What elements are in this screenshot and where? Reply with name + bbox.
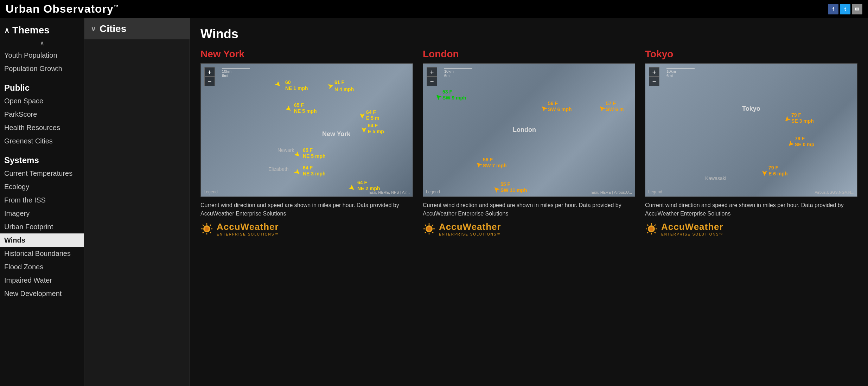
sidebar-item-population-growth[interactable]: Population Growth [0,62,84,75]
sidebar-item-flood-zones[interactable]: Flood Zones [0,260,84,274]
wind-label-london-4: 56 FSW 7 mph [483,157,507,169]
cities-chevron-icon: ∨ [91,25,96,33]
sidebar-item-open-space[interactable]: Open Space [0,94,84,108]
zoom-in-ny[interactable]: + [205,67,215,77]
description-london: Current wind direction and speed are sho… [423,201,634,218]
wind-label-tokyo-2: 79 FSE 0 mp [795,136,814,148]
svg-line-7 [210,225,211,226]
wind-label-ny-4: 65 FNE 5 mph [294,102,317,114]
wind-arrow-ny-7: ➤ [292,166,303,177]
sidebar-item-urban-footprint[interactable]: Urban Footprint [0,220,84,233]
wind-label-ny-5: 64 FE 5 m [366,109,379,121]
logo-tm: ™ [114,4,119,9]
svg-line-6 [210,232,211,233]
facebook-icon[interactable]: f [828,4,838,14]
sidebar-item-winds[interactable]: Winds [0,233,84,247]
themes-chevron-icon: ∧ [4,26,9,34]
cities-header[interactable]: ∨ Cities [84,18,190,39]
svg-line-5 [203,225,204,226]
accuweather-sun-icon-ny [200,223,213,235]
svg-point-9 [205,227,209,231]
svg-line-16 [432,232,433,233]
email-icon[interactable]: ✉ [852,4,862,14]
svg-line-15 [425,225,426,226]
wind-arrow-ny-2: ➤ [326,81,335,91]
map-tokyo[interactable]: + − 10km 6mi 79 FSE 3 mph ➤ 79 FSE 0 mp … [645,63,857,197]
zoom-in-tokyo[interactable]: + [649,67,659,77]
wind-label-ny-9: 64 FNE 2 mph [357,180,380,192]
sidebar-item-ecology[interactable]: Ecology [0,180,84,193]
accuweather-brand-london: AccuWeather [439,221,501,232]
accuweather-sun-icon-london [423,223,435,235]
accuweather-sub-tokyo: ENTERPRISE SOLUTIONS™ [661,232,723,236]
zoom-in-london[interactable]: + [427,67,437,77]
map-attribution-tokyo: Airbus,USGS,NGA,N... [815,190,854,194]
sidebar-item-greenest-cities[interactable]: Greenest Cities [0,134,84,148]
sidebar-item-new-development[interactable]: New Development [0,287,84,300]
zoom-out-ny[interactable]: − [205,77,215,86]
sidebar-item-youth-population[interactable]: Youth Population [0,49,84,62]
svg-line-27 [655,225,656,226]
sidebar-item-historical-boundaries[interactable]: Historical Boundaries [0,247,84,260]
wind-label-tokyo-3: 79 FE 6 mph [768,165,787,177]
svg-point-29 [649,227,653,231]
city-name-tokyo: Tokyo [645,49,857,60]
sidebar-item-from-the-iss[interactable]: From the ISS [0,193,84,207]
accuweather-sub-london: ENTERPRISE SOLUTIONS™ [439,232,501,236]
scalebar-tokyo: 10km 6mi [666,68,695,78]
svg-line-18 [425,232,426,233]
map-label-tokyo: Tokyo [742,105,760,112]
twitter-icon[interactable]: t [840,4,850,14]
city-maps-row: New York + − 10km 6mi 60NE 1 mph [200,49,857,236]
svg-line-25 [647,225,648,226]
accuweather-link-tokyo[interactable]: AccuWeather Enterprise Solutions [645,211,730,217]
sidebar-item-imagery[interactable]: Imagery [0,207,84,220]
map-attribution-london: Esri, HERE | Airbus,U... [592,190,632,194]
accuweather-sun-icon-tokyo [645,223,658,235]
svg-line-17 [432,225,433,226]
wind-label-ny-2: 61 F [334,79,344,85]
layout: ∧ Themes ∧ Youth Population Population G… [0,18,868,386]
accuweather-logo-london: AccuWeather ENTERPRISE SOLUTIONS™ [423,221,635,236]
map-label-london: London [513,126,536,134]
app-logo: Urban Observatory™ [6,2,119,15]
collapse-arrow[interactable]: ∧ [0,38,84,49]
zoom-controls-ny: + − [204,67,215,86]
zoom-out-tokyo[interactable]: − [649,77,659,86]
themes-label: Themes [12,25,50,36]
sidebar-item-health-resources[interactable]: Health Resources [0,121,84,134]
accuweather-sub-ny: ENTERPRISE SOLUTIONS™ [217,232,279,236]
accuweather-link-ny[interactable]: AccuWeather Enterprise Solutions [200,211,286,217]
map-label-newyork: New York [322,130,350,138]
sidebar-item-parkscore[interactable]: ParkScore [0,108,84,121]
map-legend-tokyo[interactable]: Legend [648,189,662,194]
wind-label-london-3: 57 FSW 6 m [606,101,624,112]
map-legend-london[interactable]: Legend [426,189,440,194]
city-column-new-york: New York + − 10km 6mi 60NE 1 mph [200,49,413,236]
wind-label-ny-1: 60NE 1 mph [285,79,308,91]
sidebar-item-current-temperatures[interactable]: Current Temperatures [0,167,84,180]
wind-label-ny-7: 65 FNE 5 mph [303,147,326,159]
themes-header[interactable]: ∧ Themes [0,18,84,38]
wind-label-ny-3: N 4 mph [334,86,354,92]
logo-text: Urban Observatory [6,2,114,15]
map-legend-ny[interactable]: Legend [204,189,218,194]
accuweather-brand-tokyo: AccuWeather [661,221,723,232]
zoom-controls-london: + − [427,67,437,86]
description-ny: Current wind direction and speed are sho… [200,201,411,218]
sidebar-item-impaired-water[interactable]: Impaired Water [0,274,84,287]
map-new-york[interactable]: + − 10km 6mi 60NE 1 mph ➤ 61 F N 4 mph ➤ [200,63,413,197]
wind-label-ny-8: 64 FNE 3 mph [303,165,326,177]
wind-arrow-ny-4: ➤ [358,112,367,119]
city-column-london: London + − 10km 6mi 53 FSW 9 mph ➤ 56 FS… [423,49,635,236]
wind-arrow-ny-3: ➤ [283,103,294,114]
map-london[interactable]: + − 10km 6mi 53 FSW 9 mph ➤ 56 FSW 6 mph… [423,63,635,197]
accuweather-link-london[interactable]: AccuWeather Enterprise Solutions [423,211,508,217]
zoom-out-london[interactable]: − [427,77,437,86]
wind-arrow-ny-8: ➤ [346,182,357,193]
sidebar-category-public: Public [0,78,84,94]
city-name-london: London [423,49,635,60]
wind-label-london-1: 53 FSW 9 mph [442,89,466,101]
sidebar: ∧ Themes ∧ Youth Population Population G… [0,18,84,386]
cities-bar: ∨ Cities [84,18,190,386]
